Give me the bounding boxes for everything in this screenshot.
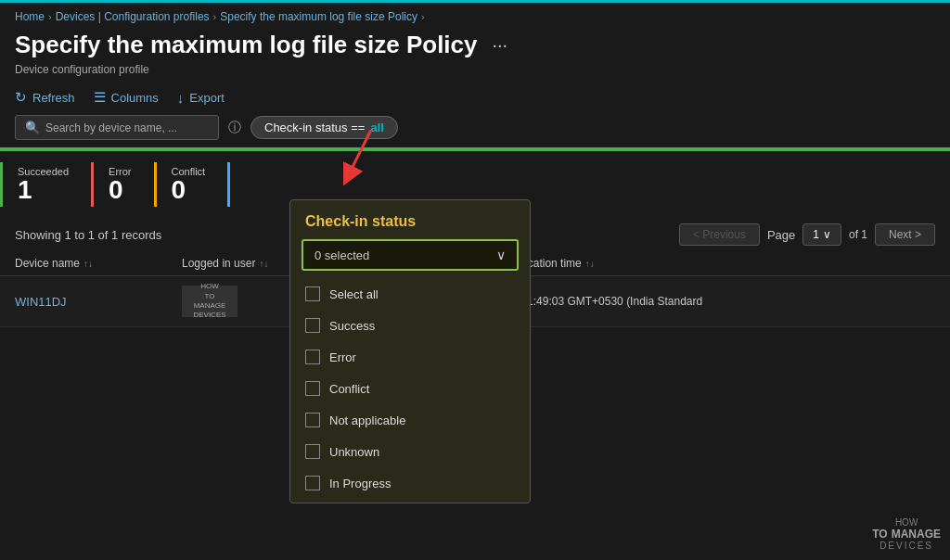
dropdown-item-label-conflict: Conflict <box>329 382 369 396</box>
dropdown-item-label-not-applicable: Not applicable <box>329 414 405 427</box>
col-time-sort-icon: ↑↓ <box>585 259 595 269</box>
filter-pill-label: Check-in status == <box>264 121 365 134</box>
columns-label: Columns <box>111 91 159 105</box>
breadcrumb-sep-1: › <box>48 11 52 22</box>
watermark: HOW TO MANAGE DEVICES <box>872 517 941 551</box>
dropdown-scroll-area[interactable]: Select all Success Error Conflict Not ap… <box>290 278 530 499</box>
stat-succeeded-value: 1 <box>18 177 69 203</box>
checkbox-not-applicable[interactable] <box>305 413 320 427</box>
breadcrumb-current: Specify the maximum log file size Policy <box>220 10 417 23</box>
col-header-device[interactable]: Device name ↑↓ <box>15 257 182 270</box>
next-button[interactable]: Next > <box>875 223 935 246</box>
refresh-button[interactable]: ↻ Refresh <box>15 89 75 106</box>
top-accent-bar <box>0 0 950 3</box>
checkbox-in-progress[interactable] <box>305 476 320 490</box>
records-info: Showing 1 to 1 of 1 records <box>15 228 161 242</box>
dropdown-item-conflict[interactable]: Conflict <box>290 373 530 404</box>
dropdown-select[interactable]: 0 selected ∨ <box>302 239 519 271</box>
dropdown-item-label-success: Success <box>329 319 375 333</box>
stat-conflict[interactable]: Conflict 0 <box>154 162 228 207</box>
page-number: 1 <box>813 228 819 241</box>
dropdown-selected-text: 0 selected <box>315 248 369 262</box>
page-title: Specify the maximum log file size Policy <box>15 31 478 59</box>
refresh-label: Refresh <box>32 91 75 105</box>
pagination: < Previous Page 1 ∨ of 1 Next > <box>679 223 935 246</box>
page-subtitle: Device configuration profile <box>0 63 950 85</box>
stat-succeeded[interactable]: Succeeded 1 <box>0 162 91 207</box>
filter-pill[interactable]: Check-in status == all <box>250 116 398 139</box>
search-input[interactable]: Search by device name, ... <box>45 121 177 134</box>
col-user-label: Logged in user <box>182 257 255 270</box>
export-button[interactable]: ↓ Export <box>177 90 225 106</box>
dropdown-item-label-in-progress: In Progress <box>329 477 391 490</box>
watermark-to: TO <box>872 528 887 541</box>
breadcrumb-sep-3: › <box>421 11 425 22</box>
col-user-sort-icon: ↑↓ <box>259 259 268 269</box>
user-image: HOWTOMANAGEDEVICES <box>182 286 238 317</box>
search-icon: 🔍 <box>25 121 40 134</box>
page-header: Specify the maximum log file size Policy… <box>0 27 950 63</box>
progress-bar-fill <box>0 147 950 151</box>
breadcrumb-sep-2: › <box>213 11 217 22</box>
dropdown-title: Check-in status <box>290 200 530 239</box>
columns-button[interactable]: ☰ Columns <box>94 89 159 106</box>
columns-icon: ☰ <box>94 89 106 106</box>
watermark-manage: MANAGE <box>892 528 941 541</box>
page-chevron-icon: ∨ <box>823 228 831 241</box>
dropdown-chevron-icon: ∨ <box>496 248 506 262</box>
checkbox-unknown[interactable] <box>305 444 320 459</box>
export-icon: ↓ <box>177 90 185 106</box>
search-filter-row: 🔍 Search by device name, ... ⓘ Check-in … <box>0 115 950 147</box>
breadcrumb: Home › Devices | Configuration profiles … <box>0 3 950 27</box>
page-label: Page <box>767 228 795 242</box>
export-label: Export <box>189 91 225 105</box>
breadcrumb-home[interactable]: Home <box>15 10 45 23</box>
checkin-status-dropdown: Check-in status 0 selected ∨ Select all … <box>289 199 531 503</box>
device-name: WIN11DJ <box>15 295 67 309</box>
dropdown-item-error[interactable]: Error <box>290 341 530 373</box>
checkbox-error[interactable] <box>305 350 320 364</box>
dropdown-item-success[interactable]: Success <box>290 310 530 341</box>
checkbox-conflict[interactable] <box>305 381 320 396</box>
previous-button[interactable]: < Previous <box>679 223 760 246</box>
toolbar: ↻ Refresh ☰ Columns ↓ Export <box>0 85 950 115</box>
stat-error-value: 0 <box>109 177 131 203</box>
stat-blue[interactable] <box>227 162 267 207</box>
dropdown-item-unknown[interactable]: Unknown <box>290 436 530 467</box>
page-of: of 1 <box>849 228 867 241</box>
checkbox-success[interactable] <box>305 318 320 333</box>
stat-error[interactable]: Error 0 <box>91 162 153 207</box>
dropdown-item-in-progress[interactable]: In Progress <box>290 467 530 499</box>
search-box: 🔍 Search by device name, ... <box>15 115 219 140</box>
checkbox-select-all[interactable] <box>305 286 320 301</box>
col-device-sort-icon: ↑↓ <box>83 259 93 269</box>
dropdown-item-label-error: Error <box>329 350 356 364</box>
breadcrumb-devices[interactable]: Devices | Configuration profiles <box>56 10 210 23</box>
info-icon[interactable]: ⓘ <box>228 120 241 136</box>
dropdown-item-not-applicable[interactable]: Not applicable <box>290 404 530 436</box>
dropdown-item-label-unknown: Unknown <box>329 445 379 459</box>
stat-conflict-value: 0 <box>172 177 206 203</box>
filter-pill-value: all <box>370 121 383 134</box>
cell-device: WIN11DJ <box>15 295 182 309</box>
dropdown-item-label-select-all: Select all <box>329 287 379 301</box>
progress-bar <box>0 147 950 151</box>
col-device-label: Device name <box>15 257 80 270</box>
page-menu-button[interactable]: ··· <box>487 32 514 57</box>
watermark-how: HOW <box>895 517 918 528</box>
watermark-devices: DEVICES <box>879 541 933 551</box>
page-select[interactable]: 1 ∨ <box>802 223 841 246</box>
dropdown-item-select-all[interactable]: Select all <box>290 278 530 310</box>
refresh-icon: ↻ <box>15 89 27 106</box>
